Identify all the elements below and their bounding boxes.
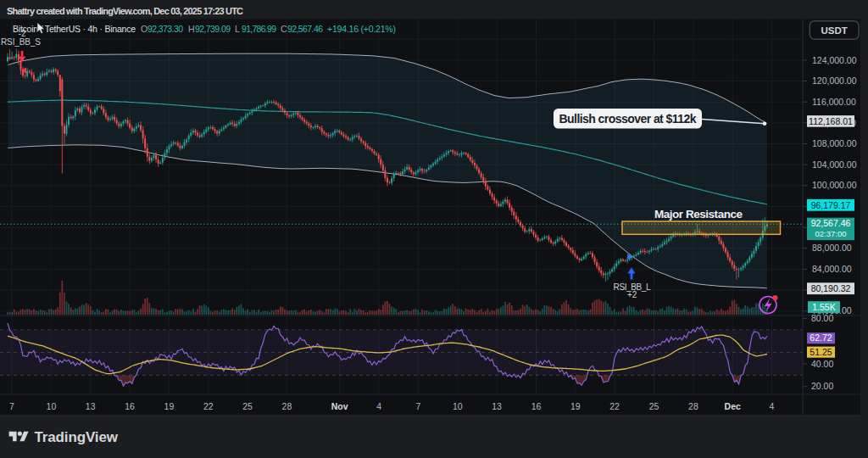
svg-text:88,000.00: 88,000.00	[812, 243, 852, 253]
svg-text:92,567.46: 92,567.46	[811, 218, 851, 228]
svg-text:28: 28	[688, 401, 698, 411]
svg-text:16: 16	[125, 401, 135, 411]
svg-text:7: 7	[9, 401, 14, 411]
svg-text:L: L	[235, 24, 240, 34]
svg-text:116,000.00: 116,000.00	[812, 97, 856, 107]
svg-text:02:37:00: 02:37:00	[815, 229, 847, 238]
svg-text:C: C	[281, 24, 287, 34]
svg-text:104,000.00: 104,000.00	[812, 159, 857, 170]
svg-text:25: 25	[649, 401, 659, 411]
svg-text:Bitcoin / TetherUS · 4h · Bina: Bitcoin / TetherUS · 4h · Binance	[13, 24, 136, 34]
svg-text:4: 4	[376, 401, 381, 411]
svg-text:22: 22	[609, 401, 620, 411]
svg-text:Dec: Dec	[725, 401, 741, 411]
svg-text:13: 13	[86, 401, 96, 411]
svg-text:108,000.00: 108,000.00	[812, 138, 857, 148]
svg-text:124,000.00: 124,000.00	[812, 55, 857, 65]
svg-text:80.00: 80.00	[811, 313, 833, 323]
svg-text:112,168.01: 112,168.01	[809, 116, 853, 126]
svg-text:1.55K: 1.55K	[812, 302, 835, 312]
svg-text:13: 13	[492, 401, 502, 411]
svg-text:120,000.00: 120,000.00	[812, 75, 857, 86]
svg-text:96,179.17: 96,179.17	[811, 200, 851, 210]
svg-text:Shattry created with TradingVi: Shattry created with TradingView.com, De…	[7, 6, 243, 16]
svg-text:4: 4	[770, 401, 775, 411]
svg-text:7: 7	[415, 401, 420, 411]
svg-text:22: 22	[203, 401, 214, 411]
svg-text:20.00: 20.00	[811, 381, 833, 391]
svg-text:62.72: 62.72	[810, 332, 832, 343]
svg-text:O: O	[141, 24, 147, 34]
svg-text:91,786.99: 91,786.99	[242, 24, 276, 34]
svg-text:10: 10	[453, 401, 463, 411]
svg-text:25: 25	[242, 401, 253, 411]
svg-text:92,739.09: 92,739.09	[195, 24, 231, 34]
svg-text:TradingView: TradingView	[35, 429, 119, 445]
svg-text:51.25: 51.25	[810, 347, 832, 357]
svg-text:100,000.00: 100,000.00	[812, 180, 857, 190]
svg-text:19: 19	[570, 401, 581, 411]
svg-text:Bullish crossover at $112k: Bullish crossover at $112k	[559, 112, 697, 126]
svg-text:16: 16	[531, 401, 542, 411]
svg-text:RSI_BB_S: RSI_BB_S	[1, 37, 41, 47]
svg-text:92,373.30: 92,373.30	[147, 24, 183, 34]
svg-text:Major Resistance: Major Resistance	[654, 208, 743, 221]
svg-text:84,000.00: 84,000.00	[812, 264, 852, 274]
svg-text:10: 10	[47, 401, 57, 411]
svg-text:28: 28	[282, 401, 292, 411]
svg-text:19: 19	[164, 401, 175, 411]
svg-text:+2: +2	[627, 290, 637, 299]
svg-text:H: H	[188, 24, 195, 34]
svg-text:80,190.32: 80,190.32	[811, 283, 851, 293]
svg-text:Nov: Nov	[331, 401, 348, 411]
svg-text:+194.16 (+0.21%): +194.16 (+0.21%)	[327, 24, 396, 34]
svg-text:USDT: USDT	[821, 25, 848, 36]
svg-text:40.00: 40.00	[811, 359, 833, 369]
svg-text:92,567.46: 92,567.46	[287, 24, 323, 34]
